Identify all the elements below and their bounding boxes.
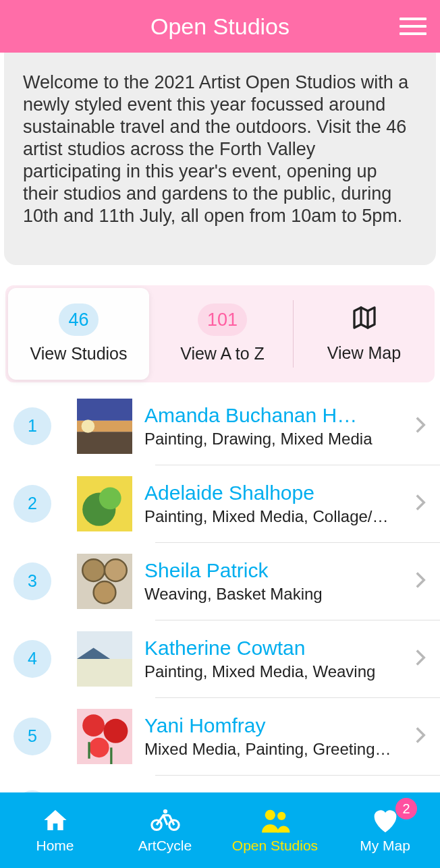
chevron-right-icon: [414, 571, 433, 592]
artist-thumbnail: [77, 709, 132, 764]
list-item[interactable]: 1 Amanda Buchanan H… Painting, Drawing, …: [0, 388, 440, 465]
svg-point-18: [82, 714, 105, 736]
chevron-right-icon: [414, 415, 433, 437]
artist-media: Painting, Mixed Media, Weaving: [144, 662, 402, 681]
menu-button[interactable]: [400, 18, 427, 35]
artist-media: Painting, Drawing, Mixed Media: [144, 430, 402, 449]
chevron-right-icon: [414, 726, 433, 747]
artist-list: 1 Amanda Buchanan H… Painting, Drawing, …: [0, 388, 440, 828]
artist-name: Adelaide Shalhope: [144, 482, 402, 504]
artist-thumbnail: [77, 476, 132, 531]
filter-view-map[interactable]: View Map: [294, 285, 435, 382]
filter-label: View Studios: [30, 344, 127, 364]
chevron-right-icon: [414, 493, 433, 515]
svg-rect-3: [77, 399, 132, 421]
item-number: 1: [13, 407, 51, 445]
svg-rect-5: [77, 432, 132, 454]
list-item[interactable]: 2 Adelaide Shalhope Painting, Mixed Medi…: [0, 465, 440, 542]
artist-media: Weaving, Basket Making: [144, 585, 402, 604]
item-number: 3: [13, 562, 51, 600]
tab-my-map[interactable]: 2 My Map: [330, 792, 440, 868]
list-item[interactable]: 3 Sheila Patrick Weaving, Basket Making: [0, 543, 440, 620]
tab-open-studios[interactable]: Open Studios: [220, 792, 330, 868]
map-icon: [351, 304, 378, 335]
artist-thumbnail: [77, 399, 132, 454]
artist-name: Katherine Cowtan: [144, 637, 402, 660]
bicycle-icon: [150, 807, 181, 834]
tab-label: ArtCycle: [138, 838, 192, 854]
artist-thumbnail: [77, 554, 132, 609]
svg-point-19: [103, 718, 128, 743]
svg-point-28: [265, 810, 275, 820]
artist-name: Yani Homfray: [144, 714, 402, 737]
item-text: Adelaide Shalhope Painting, Mixed Media,…: [144, 482, 402, 526]
az-count-badge: 101: [198, 303, 247, 336]
svg-rect-21: [88, 742, 90, 759]
svg-rect-22: [110, 747, 112, 764]
list-item[interactable]: 4 Katherine Cowtan Painting, Mixed Media…: [0, 620, 440, 697]
item-text: Yani Homfray Mixed Media, Painting, Gree…: [144, 714, 402, 759]
svg-point-20: [89, 737, 109, 757]
tab-artcycle[interactable]: ArtCycle: [110, 792, 220, 868]
svg-point-11: [82, 559, 105, 581]
tab-label: Open Studios: [232, 838, 318, 854]
tab-label: My Map: [360, 838, 410, 854]
tab-home[interactable]: Home: [0, 792, 110, 868]
page-title: Open Studios: [150, 13, 290, 40]
list-item[interactable]: 5 Yani Homfray Mixed Media, Painting, Gr…: [0, 698, 440, 775]
artist-media: Painting, Mixed Media, Collage/…: [144, 507, 402, 526]
bottom-tab-bar: Home ArtCycle Open Studios 2 My Map: [0, 792, 440, 868]
intro-text: Welcome to the 2021 Artist Open Studios …: [4, 53, 436, 265]
svg-point-6: [82, 419, 95, 433]
chevron-right-icon: [414, 648, 433, 670]
svg-point-29: [277, 812, 285, 820]
map-badge-count: 2: [395, 798, 417, 819]
home-icon: [40, 807, 71, 834]
artist-thumbnail: [77, 631, 132, 687]
item-text: Amanda Buchanan H… Painting, Drawing, Mi…: [144, 404, 402, 449]
svg-point-12: [105, 559, 127, 581]
tab-label: Home: [36, 838, 74, 854]
svg-marker-0: [354, 308, 375, 328]
artist-name: Sheila Patrick: [144, 559, 402, 582]
artist-name: Amanda Buchanan H…: [144, 404, 402, 427]
item-text: Sheila Patrick Weaving, Basket Making: [144, 559, 402, 604]
filter-view-a-to-z[interactable]: 101 View A to Z: [152, 285, 293, 382]
filter-label: View A to Z: [180, 344, 265, 364]
people-icon: [260, 807, 291, 834]
item-number: 2: [13, 485, 51, 523]
svg-point-9: [99, 487, 121, 509]
filter-label: View Map: [327, 343, 401, 363]
artist-media: Mixed Media, Painting, Greeting…: [144, 740, 402, 759]
item-number: 4: [13, 640, 51, 678]
svg-point-27: [163, 809, 167, 813]
svg-point-13: [94, 581, 116, 604]
filter-view-studios[interactable]: 46 View Studios: [8, 288, 149, 380]
studio-count-badge: 46: [59, 303, 98, 336]
filter-bar: 46 View Studios 101 View A to Z View Map: [5, 285, 435, 382]
svg-rect-16: [77, 659, 132, 687]
app-header: Open Studios: [0, 0, 440, 53]
item-number: 5: [13, 718, 51, 755]
item-text: Katherine Cowtan Painting, Mixed Media, …: [144, 637, 402, 681]
